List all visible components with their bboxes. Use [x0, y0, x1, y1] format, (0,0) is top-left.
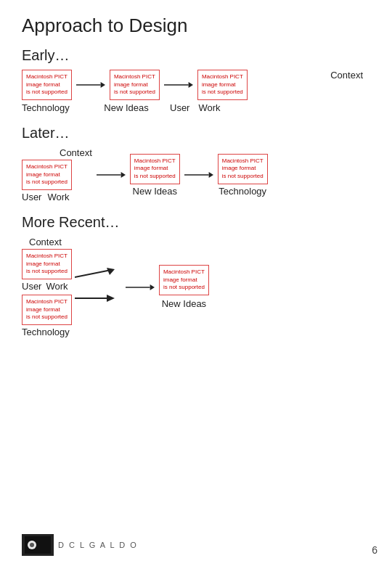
section-more-recent: More Recent… Context Macintosh PICT imag… [22, 214, 370, 337]
svg-marker-7 [208, 172, 213, 178]
logo-image [22, 534, 54, 556]
page-number: 6 [372, 544, 377, 556]
more-recent-pict-1: Macintosh PICT image format is not suppo… [22, 249, 72, 279]
section-later: Later… Context Macintosh PICT image form… [22, 125, 370, 202]
later-tech-label: Technology [219, 186, 266, 197]
more-recent-label: More Recent… [22, 214, 370, 231]
early-pict-2: Macintosh PICT image format is not suppo… [110, 70, 160, 100]
early-label: Early… [22, 47, 370, 64]
logo-text: D C L G A L D O [58, 541, 138, 549]
svg-marker-11 [107, 295, 115, 302]
svg-marker-5 [121, 172, 125, 178]
section-early: Early… Context Macintosh PICT image form… [22, 47, 370, 113]
early-pict-1: Macintosh PICT image format is not suppo… [22, 70, 72, 100]
later-label: Later… [22, 125, 370, 142]
mr-user-label: User [22, 281, 41, 292]
bottom-logo: D C L G A L D O [22, 534, 138, 556]
mr-arrow-3 [126, 280, 155, 295]
more-recent-pict-2: Macintosh PICT image format is not suppo… [22, 295, 72, 325]
svg-line-8 [75, 270, 111, 277]
mr-newideas-label: New Ideas [162, 298, 206, 309]
later-pict-1: Macintosh PICT image format is not suppo… [22, 160, 72, 190]
mr-arrow-2 [75, 291, 118, 308]
later-context-label: Context [60, 147, 92, 158]
svg-marker-13 [150, 284, 155, 290]
early-arrow-2 [164, 78, 193, 92]
early-work-label: Work [198, 102, 220, 113]
mr-work-label: Work [46, 281, 68, 292]
later-work-label: Work [47, 192, 69, 202]
svg-point-16 [30, 543, 34, 547]
page: Approach to Design Early… Context Macint… [0, 0, 392, 566]
more-recent-context-label: Context [29, 237, 62, 247]
svg-marker-3 [188, 82, 192, 88]
later-arrow-1 [97, 168, 126, 182]
later-pict-2: Macintosh PICT image format is not suppo… [130, 154, 180, 184]
early-pict-3: Macintosh PICT image format is not suppo… [197, 70, 248, 100]
svg-marker-1 [101, 82, 105, 88]
mr-tech-label: Technology [22, 327, 70, 337]
later-newideas-label: New Ideas [133, 186, 177, 197]
page-title: Approach to Design [22, 15, 370, 37]
early-context-label: Context [330, 70, 363, 81]
mr-pict-3: Macintosh PICT image format is not suppo… [159, 265, 209, 295]
early-arrow-1 [76, 78, 105, 92]
mr-arrow-1 [75, 266, 118, 284]
early-newideas-label: New Ideas [90, 102, 163, 113]
svg-marker-9 [107, 268, 115, 275]
early-tech-label: Technology [22, 102, 75, 113]
later-arrow-2 [184, 168, 213, 182]
later-user-label: User [22, 192, 41, 202]
early-user-label: User [170, 102, 189, 113]
later-pict-3: Macintosh PICT image format is not suppo… [218, 154, 268, 184]
